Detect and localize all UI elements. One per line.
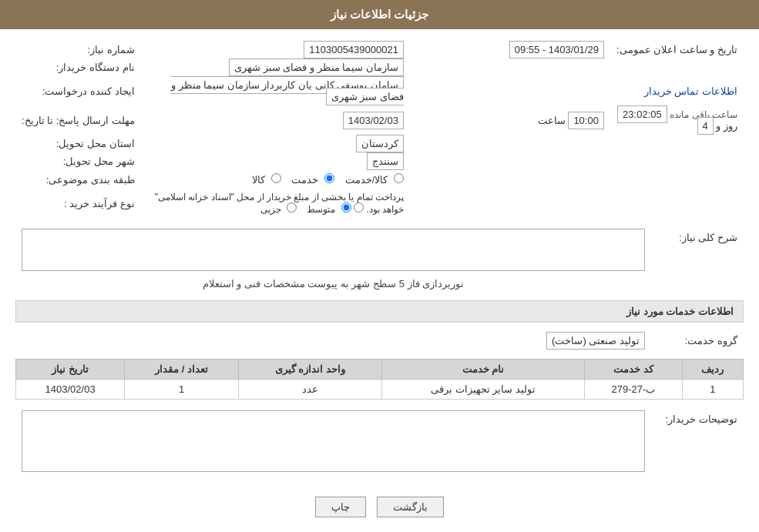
page-header: جزئیات اطلاعات نیاز [0, 0, 759, 29]
row-creator: اطلاعات تماس خریدار سامان یوسفی کانی یان… [15, 76, 744, 105]
row-buyer-org: سازمان سیما منظر و فضای سبز شهری نام دست… [15, 59, 744, 76]
creator-value: سامان یوسفی کانی یان کاربرداز سازمان سیم… [141, 76, 410, 105]
content-area: تاریخ و ساعت اعلان عمومی: 1403/01/29 - 0… [0, 29, 759, 532]
announce-datetime-label: تاریخ و ساعت اعلان عمومی: [610, 41, 744, 59]
services-table: ردیف کد خدمت نام خدمت واحد اندازه گیری ت… [15, 359, 744, 400]
row-buyer-desc: توضیحات خریدار: [15, 407, 744, 477]
need-desc-label: شرح کلی نیاز: [651, 226, 744, 293]
process-label: نوع فرآیند خرید : [15, 189, 141, 218]
buyer-org-label: نام دستگاه خریدار: [15, 59, 141, 76]
row-category: کالا/خدمت خدمت کالا طبقه بندی موضوعی: [15, 170, 744, 189]
need-number-label: شماره نیاز: [15, 41, 141, 59]
radio-khedmat[interactable] [324, 173, 334, 183]
col-date: تاریخ نیاز [16, 360, 125, 380]
radio-kala[interactable] [271, 173, 281, 183]
label-motavasset: متوسط [307, 204, 335, 215]
table-row: 1ب-27-279تولید سایر تجهیزات برقیعدد11403… [16, 380, 744, 400]
col-unit: واحد اندازه گیری [238, 360, 381, 380]
buyer-description-input[interactable] [22, 410, 645, 472]
row-province: کردستان استان محل تحویل: [15, 135, 744, 152]
col-code: کد خدمت [584, 360, 682, 380]
label-khedmat: خدمت [291, 174, 318, 186]
row-need-number: تاریخ و ساعت اعلان عمومی: 1403/01/29 - 0… [15, 41, 744, 59]
label-kala-khedmat: کالا/خدمت [345, 174, 388, 186]
print-button[interactable]: چاپ [315, 497, 366, 517]
label-kala: کالا [252, 174, 265, 186]
service-group-value: تولید صنعتی (ساخت) [15, 330, 651, 351]
city-label: شهر محل تحویل: [15, 152, 141, 170]
need-number-value: 1103005439000021 [141, 41, 410, 59]
radio-jozvi[interactable] [287, 202, 297, 212]
table-header-row: ردیف کد خدمت نام خدمت واحد اندازه گیری ت… [16, 360, 744, 380]
response-deadline-label: مهلت ارسال پاسخ: تا تاریخ: [15, 105, 141, 135]
need-desc-container [22, 229, 645, 275]
need-desc-table: شرح کلی نیاز: نوریردازی فاز 5 سطح شهر به… [15, 226, 744, 293]
buyer-desc-cell [15, 407, 651, 477]
province-value: کردستان [141, 135, 410, 152]
col-count: تعداد / مقدار [125, 360, 239, 380]
buyer-org-value: سازمان سیما منظر و فضای سبز شهری [141, 59, 410, 76]
buyer-desc-label: توضیحات خریدار: [651, 407, 744, 477]
col-name: نام خدمت [381, 360, 584, 380]
creator-label: ایجاد کننده درخواست: [15, 76, 141, 105]
row-process: پرداخت تمام یا بخشی از مبلغ خریدار از مح… [15, 189, 744, 218]
process-radio-group: پرداخت تمام یا بخشی از مبلغ خریدار از مح… [147, 192, 404, 215]
need-desc-value-cell: نوریردازی فاز 5 سطح شهر به پیوست مشخصات … [15, 226, 651, 293]
col-row: ردیف [682, 360, 743, 380]
radio-kala-khedmat[interactable] [394, 173, 404, 183]
buyer-desc-container [22, 410, 645, 474]
category-radio-group: کالا/خدمت خدمت کالا [244, 173, 404, 186]
main-form-table: تاریخ و ساعت اعلان عمومی: 1403/01/29 - 0… [15, 41, 744, 218]
label-jozvi: جزیی [260, 204, 281, 215]
buttons-row: بازگشت چاپ [15, 485, 744, 525]
page-container: جزئیات اطلاعات نیاز تاریخ و ساعت اعلان ع… [0, 0, 759, 532]
service-group-table: گروه خدمت: تولید صنعتی (ساخت) [15, 330, 744, 351]
buyer-desc-table: توضیحات خریدار: [15, 407, 744, 477]
category-label: طبقه بندی موضوعی: [15, 170, 141, 189]
row-city: سنندج شهر محل تحویل: [15, 152, 744, 170]
contact-link[interactable]: اطلاعات تماس خریدار [644, 85, 737, 97]
announce-datetime-value: 1403/01/29 - 09:55 [441, 41, 610, 59]
row-service-group: گروه خدمت: تولید صنعتی (ساخت) [15, 330, 744, 351]
radio-motavasset[interactable] [341, 202, 351, 212]
row-response-deadline: ساعت باقی مانده 23:02:05 روز و 4 10:00 س… [15, 105, 744, 135]
back-button[interactable]: بازگشت [377, 497, 444, 517]
page-title: جزئیات اطلاعات نیاز [331, 8, 428, 21]
need-description-input[interactable] [22, 229, 645, 271]
services-section-title: اطلاعات خدمات مورد نیاز [15, 300, 744, 323]
row-need-desc: شرح کلی نیاز: نوریردازی فاز 5 سطح شهر به… [15, 226, 744, 293]
need-desc-display: نوریردازی فاز 5 سطح شهر به پیوست مشخصات … [22, 275, 645, 289]
province-label: استان محل تحویل: [15, 135, 141, 152]
service-group-label: گروه خدمت: [651, 330, 744, 351]
radio-full[interactable] [354, 202, 364, 212]
city-value: سنندج [141, 152, 410, 170]
